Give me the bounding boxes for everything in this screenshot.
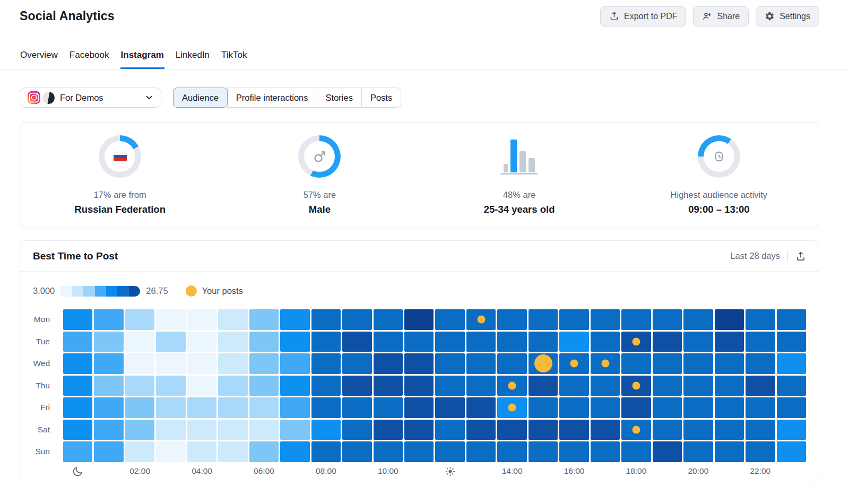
heatmap-cell[interactable] [156, 376, 185, 396]
heatmap-cell[interactable] [156, 309, 185, 330]
heatmap-cell[interactable] [435, 332, 464, 352]
heatmap-cell[interactable] [497, 441, 526, 462]
heatmap-cell[interactable] [466, 376, 496, 396]
heatmap-cell[interactable] [591, 353, 620, 374]
heatmap-cell[interactable] [342, 353, 371, 374]
heatmap-cell[interactable] [683, 309, 713, 330]
heatmap-cell[interactable] [125, 376, 154, 396]
heatmap-cell[interactable] [280, 441, 309, 462]
heatmap-cell[interactable] [529, 353, 558, 374]
heatmap-cell[interactable] [591, 309, 620, 330]
heatmap-cell[interactable] [249, 376, 279, 396]
heatmap-cell[interactable] [466, 397, 496, 418]
heatmap-cell[interactable] [497, 332, 526, 352]
heatmap-cell[interactable] [125, 441, 154, 462]
heatmap-cell[interactable] [746, 332, 775, 352]
heatmap-cell[interactable] [280, 332, 309, 352]
heatmap-cell[interactable] [529, 420, 558, 440]
heatmap-cell[interactable] [311, 309, 341, 330]
heatmap-cell[interactable] [63, 353, 92, 374]
heatmap-cell[interactable] [249, 353, 279, 374]
heatmap-cell[interactable] [529, 397, 558, 418]
heatmap-cell[interactable] [466, 420, 496, 440]
heatmap-cell[interactable] [125, 332, 154, 352]
heatmap-cell[interactable] [653, 376, 682, 396]
heatmap-cell[interactable] [404, 376, 434, 396]
your-post-dot[interactable] [534, 354, 552, 372]
heatmap-cell[interactable] [435, 353, 464, 374]
heatmap-cell[interactable] [746, 309, 775, 330]
heatmap-cell[interactable] [435, 309, 464, 330]
heatmap-cell[interactable] [591, 376, 620, 396]
heatmap-cell[interactable] [559, 441, 588, 462]
heatmap-cell[interactable] [715, 441, 744, 462]
heatmap-cell[interactable] [218, 376, 247, 396]
heatmap-cell[interactable] [435, 441, 464, 462]
heatmap-cell[interactable] [374, 397, 403, 418]
heatmap-cell[interactable] [746, 397, 775, 418]
heatmap-cell[interactable] [621, 420, 651, 440]
heatmap-cell[interactable] [94, 376, 123, 396]
your-post-dot[interactable] [508, 404, 516, 412]
heatmap-cell[interactable] [94, 309, 123, 330]
heatmap-cell[interactable] [187, 441, 216, 462]
your-post-dot[interactable] [632, 381, 640, 389]
heatmap-cell[interactable] [374, 420, 403, 440]
heatmap-cell[interactable] [529, 332, 558, 352]
heatmap-cell[interactable] [187, 332, 216, 352]
heatmap-cell[interactable] [218, 420, 247, 440]
heatmap-cell[interactable] [683, 397, 713, 418]
heatmap-cell[interactable] [777, 353, 806, 374]
tab-overview[interactable]: Overview [20, 50, 58, 69]
heatmap-cell[interactable] [125, 397, 154, 418]
heatmap-cell[interactable] [715, 420, 744, 440]
segment-stories[interactable]: Stories [317, 88, 362, 108]
heatmap-cell[interactable] [777, 441, 806, 462]
heatmap-cell[interactable] [249, 309, 279, 330]
heatmap-cell[interactable] [404, 420, 434, 440]
tab-linkedin[interactable]: LinkedIn [175, 50, 210, 69]
heatmap-cell[interactable] [249, 332, 279, 352]
tab-tiktok[interactable]: TikTok [221, 50, 248, 69]
heatmap-cell[interactable] [156, 332, 185, 352]
heatmap-cell[interactable] [497, 353, 526, 374]
heatmap-cell[interactable] [94, 441, 123, 462]
share-button[interactable]: Share [693, 6, 749, 27]
heatmap-cell[interactable] [621, 376, 651, 396]
heatmap-cell[interactable] [311, 376, 341, 396]
heatmap-cell[interactable] [311, 332, 341, 352]
heatmap-cell[interactable] [218, 332, 247, 352]
heatmap-cell[interactable] [280, 376, 309, 396]
export-chart-icon[interactable] [795, 251, 806, 262]
heatmap-cell[interactable] [63, 420, 92, 440]
heatmap-cell[interactable] [280, 353, 309, 374]
segment-profile-interactions[interactable]: Profile interactions [227, 88, 317, 108]
heatmap-cell[interactable] [280, 309, 309, 330]
heatmap-cell[interactable] [683, 441, 713, 462]
heatmap-cell[interactable] [653, 441, 682, 462]
heatmap-cell[interactable] [715, 353, 744, 374]
heatmap-cell[interactable] [559, 420, 588, 440]
heatmap-cell[interactable] [156, 441, 185, 462]
heatmap-cell[interactable] [311, 353, 341, 374]
heatmap-cell[interactable] [435, 397, 464, 418]
heatmap-cell[interactable] [746, 353, 775, 374]
heatmap-cell[interactable] [715, 376, 744, 396]
heatmap-cell[interactable] [94, 332, 123, 352]
heatmap-cell[interactable] [591, 397, 620, 418]
your-post-dot[interactable] [477, 316, 485, 324]
heatmap-cell[interactable] [683, 353, 713, 374]
heatmap-cell[interactable] [746, 441, 775, 462]
heatmap-cell[interactable] [466, 332, 496, 352]
heatmap-cell[interactable] [187, 376, 216, 396]
segment-posts[interactable]: Posts [361, 88, 401, 108]
heatmap-cell[interactable] [187, 309, 216, 330]
heatmap-cell[interactable] [621, 353, 651, 374]
heatmap-cell[interactable] [156, 420, 185, 440]
heatmap-cell[interactable] [94, 353, 123, 374]
heatmap-cell[interactable] [374, 441, 403, 462]
tab-facebook[interactable]: Facebook [69, 50, 110, 69]
heatmap-cell[interactable] [156, 397, 185, 418]
heatmap-cell[interactable] [187, 353, 216, 374]
your-post-dot[interactable] [508, 381, 516, 389]
